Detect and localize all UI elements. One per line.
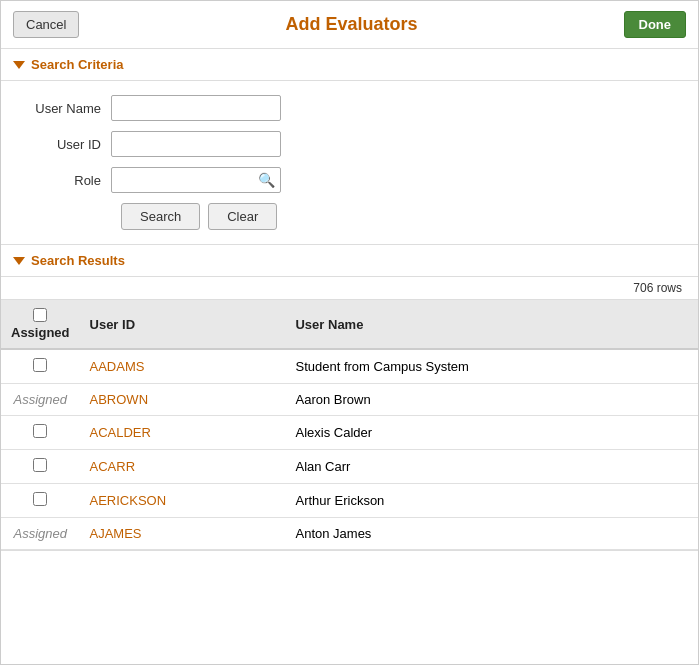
column-header-assigned: Assigned [1, 300, 80, 349]
role-input-wrapper: 🔍 [111, 167, 281, 193]
page-title: Add Evaluators [79, 14, 623, 35]
search-results-header[interactable]: Search Results [1, 245, 698, 277]
checkbox-cell[interactable] [1, 484, 80, 518]
role-search-icon[interactable]: 🔍 [258, 172, 275, 188]
assigned-cell: Assigned [1, 518, 80, 550]
role-label: Role [21, 173, 111, 188]
select-all-checkbox[interactable] [33, 308, 47, 322]
userid-cell: AADAMS [80, 349, 286, 384]
userid-link[interactable]: ACALDER [90, 425, 151, 440]
assigned-label: Assigned [14, 392, 67, 407]
userid-cell: AERICKSON [80, 484, 286, 518]
userid-cell: ACALDER [80, 416, 286, 450]
row-checkbox[interactable] [33, 358, 47, 372]
checkbox-cell[interactable] [1, 349, 80, 384]
table-row: AADAMS Student from Campus System [1, 349, 698, 384]
userid-link[interactable]: ACARR [90, 459, 136, 474]
username-cell: Arthur Erickson [285, 484, 698, 518]
username-label: User Name [21, 101, 111, 116]
table-header-row: Assigned User ID User Name [1, 300, 698, 349]
table-row: Assigned ABROWN Aaron Brown [1, 384, 698, 416]
username-cell: Alan Carr [285, 450, 698, 484]
collapse-triangle-icon [13, 61, 25, 69]
userid-link[interactable]: ABROWN [90, 392, 149, 407]
column-header-username: User Name [285, 300, 698, 349]
table-row: ACARR Alan Carr [1, 450, 698, 484]
role-row: Role 🔍 [21, 167, 678, 193]
column-header-userid: User ID [80, 300, 286, 349]
table-row: ACALDER Alexis Calder [1, 416, 698, 450]
username-cell: Aaron Brown [285, 384, 698, 416]
userid-link[interactable]: AERICKSON [90, 493, 167, 508]
userid-link[interactable]: AADAMS [90, 359, 145, 374]
search-criteria-form: User Name User ID Role 🔍 Search Clear [1, 81, 698, 245]
userid-link[interactable]: AJAMES [90, 526, 142, 541]
assigned-cell: Assigned [1, 384, 80, 416]
role-input[interactable] [111, 167, 281, 193]
search-criteria-label: Search Criteria [31, 57, 124, 72]
assigned-label: Assigned [14, 526, 67, 541]
userid-input[interactable] [111, 131, 281, 157]
search-criteria-header[interactable]: Search Criteria [1, 49, 698, 81]
username-row: User Name [21, 95, 678, 121]
cancel-button[interactable]: Cancel [13, 11, 79, 38]
collapse-triangle-results-icon [13, 257, 25, 265]
page-header: Cancel Add Evaluators Done [1, 1, 698, 49]
table-row: Assigned AJAMES Anton James [1, 518, 698, 550]
checkbox-cell[interactable] [1, 450, 80, 484]
row-checkbox[interactable] [33, 424, 47, 438]
clear-button[interactable]: Clear [208, 203, 277, 230]
username-input[interactable] [111, 95, 281, 121]
userid-cell: ABROWN [80, 384, 286, 416]
userid-cell: ACARR [80, 450, 286, 484]
userid-cell: AJAMES [80, 518, 286, 550]
done-button[interactable]: Done [624, 11, 687, 38]
userid-label: User ID [21, 137, 111, 152]
row-checkbox[interactable] [33, 492, 47, 506]
table-row: AERICKSON Arthur Erickson [1, 484, 698, 518]
checkbox-cell[interactable] [1, 416, 80, 450]
username-cell: Anton James [285, 518, 698, 550]
results-table: Assigned User ID User Name AADAMS Studen… [1, 300, 698, 550]
username-cell: Student from Campus System [285, 349, 698, 384]
assigned-column-label: Assigned [11, 325, 70, 340]
results-table-wrapper[interactable]: Assigned User ID User Name AADAMS Studen… [1, 300, 698, 551]
search-button[interactable]: Search [121, 203, 200, 230]
search-results-label: Search Results [31, 253, 125, 268]
username-cell: Alexis Calder [285, 416, 698, 450]
row-count: 706 rows [1, 277, 698, 300]
action-buttons: Search Clear [121, 203, 678, 230]
row-checkbox[interactable] [33, 458, 47, 472]
userid-row: User ID [21, 131, 678, 157]
